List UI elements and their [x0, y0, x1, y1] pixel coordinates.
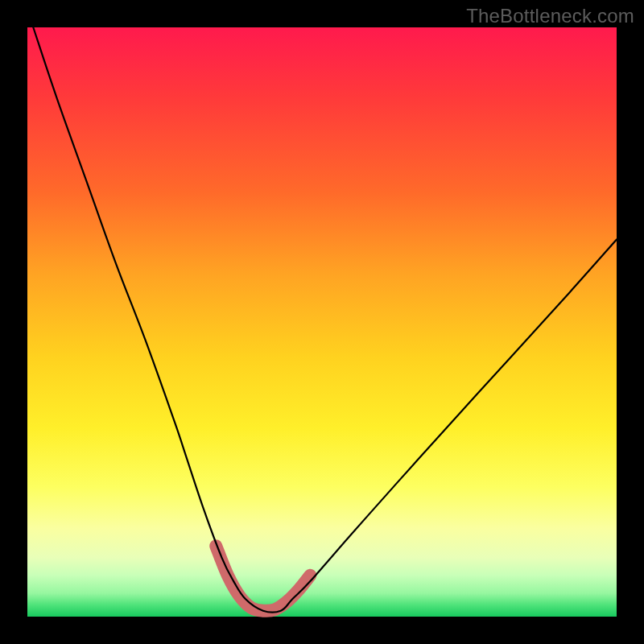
chart-svg: [0, 0, 644, 644]
watermark-text: TheBottleneck.com: [466, 5, 634, 27]
valley-highlight-path: [216, 546, 310, 611]
main-curve-path: [33, 27, 617, 613]
chart-frame: TheBottleneck.com: [0, 0, 644, 644]
